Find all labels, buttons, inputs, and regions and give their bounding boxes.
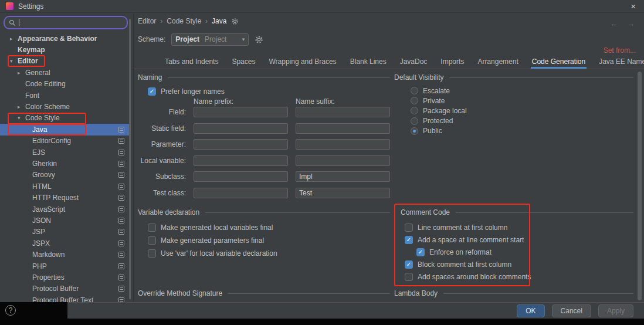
section-divider [456,212,633,213]
tab[interactable]: Code Generation [531,54,587,69]
page-gear-icon[interactable] [231,18,239,25]
name-prefix-field[interactable] [194,188,288,198]
name-prefix-field[interactable] [194,171,288,182]
settings-page-icon [118,206,124,212]
name-suffix-field[interactable] [296,188,390,198]
ok-button[interactable]: OK [517,304,544,317]
sidebar-item-label: Appearance & Behavior [18,35,97,43]
section-title: Naming [138,73,162,82]
sidebar-item[interactable]: HTTP Request [0,192,129,203]
tab[interactable]: Spaces [231,54,256,69]
name-prefix-field[interactable] [194,155,288,166]
tab[interactable]: Blank Lines [349,54,388,69]
name-suffix-header: Name suffix: [296,97,390,106]
tab[interactable]: Java EE Names [598,54,644,69]
checkbox-icon: ✓ [416,248,425,256]
apply-button[interactable]: Apply [598,304,633,317]
scheme-gear-icon[interactable] [255,35,263,44]
comment-code-checkbox[interactable]: ✓ Enforce on reformat [416,246,531,258]
tab[interactable]: Wrapping and Braces [267,54,337,69]
sidebar-item[interactable]: Color Scheme [0,101,129,112]
sidebar-item[interactable]: HTML [0,181,129,192]
sidebar-item[interactable]: Markdown [0,249,129,260]
cancel-button[interactable]: Cancel [552,304,591,317]
radio-label: Private [423,97,445,105]
scheme-dropdown[interactable]: Project Project ▾ [171,33,249,46]
sidebar-item[interactable]: Code Editing [0,79,129,90]
sidebar-scrollbar[interactable] [129,19,131,299]
variable-declaration-checkbox[interactable]: ✓ Use 'var' for local variable declarati… [148,248,277,259]
name-suffix-field[interactable] [296,171,390,182]
naming-row: Parameter: [138,139,390,150]
tab[interactable]: Tabs and Indents [164,54,219,69]
radio-icon [411,127,418,135]
sidebar-item[interactable]: JSON [0,215,129,226]
sidebar-item[interactable]: Gherkin [0,158,129,169]
name-suffix-field[interactable] [296,155,390,166]
settings-search-box[interactable] [4,16,128,29]
sidebar-item[interactable]: Protocol Buffer Text [0,294,129,302]
sidebar-item-label: Properties [32,273,65,282]
sidebar-item[interactable]: Appearance & Behavior [0,33,129,44]
back-icon[interactable]: ← [610,19,618,28]
checkbox-label: Make generated parameters final [161,236,264,245]
sidebar-item[interactable]: Groovy [0,170,129,181]
sidebar-item[interactable]: PHP [0,260,129,272]
tab[interactable]: Arrangement [476,54,519,69]
variable-declaration-checkbox[interactable]: ✓ Make generated parameters final [148,235,277,246]
name-suffix-field[interactable] [296,123,390,134]
override-method-signature-section-header: Override Method Signature [138,289,390,297]
sidebar-item[interactable]: JavaScript [0,204,129,215]
comment-code-checkbox[interactable]: ✓ Block comment at first column [405,259,531,270]
sidebar-item[interactable]: Editor [0,56,129,67]
visibility-radio[interactable]: Public [411,126,467,136]
lambda-body-section-header: Lambda Body [394,289,633,297]
comment-code-section-header: Comment Code [394,208,633,216]
breadcrumb-item[interactable]: Code Style [167,17,212,25]
breadcrumb-item[interactable]: Editor [138,17,167,25]
name-suffix-field[interactable] [296,139,390,150]
comment-code-checkbox[interactable]: ✓ Line comment at first column [405,222,531,233]
sidebar-item[interactable]: Java [0,124,129,135]
forward-icon[interactable]: → [627,19,635,28]
comment-code-checkbox[interactable]: ✓ Add spaces around block comments [405,271,531,283]
breadcrumb: EditorCode StyleJava [138,17,226,25]
name-prefix-field[interactable] [194,139,288,150]
set-from-link[interactable]: Set from... [604,46,636,55]
visibility-radio[interactable]: Escalate [411,86,467,96]
settings-page-icon [118,195,124,201]
comment-code-checkbox[interactable]: ✓ Add a space at line comment start [405,234,531,246]
close-icon[interactable]: × [628,2,638,11]
search-input[interactable] [22,19,123,27]
tab[interactable]: JavaDoc [399,54,429,69]
visibility-radio[interactable]: Package local [411,106,467,116]
sidebar-item[interactable]: Properties [0,272,129,283]
sidebar-item[interactable]: Code Style [0,113,129,124]
checkbox-icon: ✓ [148,87,156,96]
visibility-radio[interactable]: Private [411,96,467,106]
breadcrumb-item[interactable]: Java [212,17,226,25]
section-title: Comment Code [401,208,450,216]
sidebar-item-label: General [25,69,50,77]
visibility-radio[interactable]: Protected [411,116,467,126]
prefer-longer-names-checkbox[interactable]: ✓ Prefer longer names [148,86,225,97]
tab[interactable]: Imports [439,54,465,69]
variable-declaration-checkbox[interactable]: ✓ Make generated local variables final [148,222,277,233]
chevron-icon [18,104,25,110]
sidebar-item[interactable]: JSPX [0,238,129,249]
main-scrollbar[interactable] [638,72,642,300]
sidebar-item[interactable]: Keymap [0,44,129,55]
help-button[interactable]: ? [5,305,16,316]
section-divider [449,77,633,78]
sidebar-item[interactable]: Font [0,90,129,101]
name-prefix-field[interactable] [194,123,288,134]
name-prefix-field[interactable] [194,107,288,117]
sidebar-item[interactable]: Protocol Buffer [0,283,129,294]
sidebar-item[interactable]: General [0,67,129,78]
sidebar-item[interactable]: JSP [0,226,129,238]
sidebar-item[interactable]: EditorConfig [0,136,129,147]
naming-row: Static field: [138,123,390,134]
sidebar-item[interactable]: EJS [0,147,129,158]
name-suffix-field[interactable] [296,107,390,117]
sidebar-item-label: Protocol Buffer Text [32,296,93,302]
